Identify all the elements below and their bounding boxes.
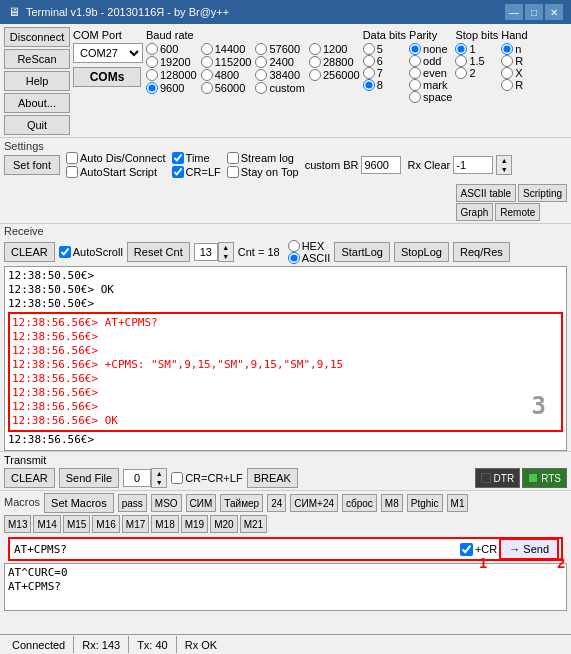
ascii-table-button[interactable]: ASCII table (456, 184, 517, 202)
cr-lf-check[interactable]: CR=LF (172, 166, 221, 178)
hand-x[interactable]: X (501, 67, 527, 79)
baud-custom[interactable]: custom (255, 82, 304, 94)
disconnect-button[interactable]: Disconnect (4, 27, 70, 47)
minimize-button[interactable]: — (505, 4, 523, 20)
rx-clear-up[interactable]: ▲ (497, 156, 511, 165)
cnt-down[interactable]: ▼ (219, 252, 233, 261)
macro-m16[interactable]: M16 (92, 515, 119, 533)
stream-log-check[interactable]: Stream log (227, 152, 299, 164)
hex-radio[interactable]: HEX (288, 240, 331, 252)
baud-600[interactable]: 600 (146, 43, 197, 55)
reset-cnt-button[interactable]: Reset Cnt (127, 242, 190, 262)
send-file-button[interactable]: Send File (59, 468, 119, 488)
parity-even[interactable]: even (409, 67, 452, 79)
maximize-button[interactable]: □ (525, 4, 543, 20)
about-button[interactable]: About... (4, 93, 70, 113)
macro-m8[interactable]: M8 (381, 494, 403, 512)
baud-115200[interactable]: 115200 (201, 56, 252, 68)
stop-2[interactable]: 2 (455, 67, 498, 79)
custom-br-input[interactable] (361, 156, 401, 174)
data-7[interactable]: 7 (363, 67, 406, 79)
start-log-button[interactable]: StartLog (334, 242, 390, 262)
cnt-input[interactable] (194, 243, 218, 261)
auto-start-script-check[interactable]: AutoStart Script (66, 166, 166, 178)
parity-odd[interactable]: odd (409, 55, 452, 67)
macro-ptghic[interactable]: Ptghic (407, 494, 443, 512)
break-button[interactable]: BREAK (247, 468, 298, 488)
hand-n[interactable]: n (501, 43, 527, 55)
baud-9600[interactable]: 9600 (146, 82, 197, 94)
scripting-button[interactable]: Scripting (518, 184, 567, 202)
data-6[interactable]: 6 (363, 55, 406, 67)
autoscroll-check[interactable]: AutoScroll (59, 246, 123, 258)
hand-r[interactable]: R (501, 55, 527, 67)
delay-spinner[interactable]: ▲ ▼ (151, 468, 167, 488)
macro-timer[interactable]: Таймер (220, 494, 263, 512)
macro-pass[interactable]: pass (118, 494, 147, 512)
send-button[interactable]: → Send (499, 538, 559, 560)
data-5[interactable]: 5 (363, 43, 406, 55)
parity-space[interactable]: space (409, 91, 452, 103)
command-input[interactable] (10, 539, 460, 559)
hand-r2[interactable]: R (501, 79, 527, 91)
baud-14400[interactable]: 14400 (201, 43, 252, 55)
dtr-button[interactable]: DTR (475, 468, 521, 488)
help-button[interactable]: Help (4, 71, 70, 91)
baud-1200[interactable]: 1200 (309, 43, 360, 55)
ascii-radio[interactable]: ASCII (288, 252, 331, 264)
baud-256000[interactable]: 256000 (309, 69, 360, 81)
stop-1-5[interactable]: 1.5 (455, 55, 498, 67)
baud-128000[interactable]: 128000 (146, 69, 197, 81)
rescan-button[interactable]: ReScan (4, 49, 70, 69)
req-res-button[interactable]: Req/Res (453, 242, 510, 262)
parity-none[interactable]: none (409, 43, 452, 55)
stop-1[interactable]: 1 (455, 43, 498, 55)
rts-button[interactable]: RTS (522, 468, 567, 488)
set-font-button[interactable]: Set font (4, 155, 60, 175)
macro-m18[interactable]: M18 (151, 515, 178, 533)
stay-on-top-check[interactable]: Stay on Top (227, 166, 299, 178)
baud-56000[interactable]: 56000 (201, 82, 252, 94)
macro-24[interactable]: 24 (267, 494, 286, 512)
macro-m17[interactable]: M17 (122, 515, 149, 533)
delay-up[interactable]: ▲ (152, 469, 166, 478)
com-port-select[interactable]: COM27 (73, 43, 143, 63)
parity-mark[interactable]: mark (409, 79, 452, 91)
quit-button[interactable]: Quit (4, 115, 70, 135)
rx-clear-down[interactable]: ▼ (497, 165, 511, 174)
transmit-clear-button[interactable]: CLEAR (4, 468, 55, 488)
macro-m20[interactable]: M20 (210, 515, 237, 533)
set-macros-button[interactable]: Set Macros (44, 493, 114, 513)
auto-dis-connect-check[interactable]: Auto Dis/Connect (66, 152, 166, 164)
baud-38400[interactable]: 38400 (255, 69, 304, 81)
receive-clear-button[interactable]: CLEAR (4, 242, 55, 262)
remote-button[interactable]: Remote (495, 203, 540, 221)
macro-m15[interactable]: M15 (63, 515, 90, 533)
close-button[interactable]: ✕ (545, 4, 563, 20)
delay-down[interactable]: ▼ (152, 478, 166, 487)
macro-m19[interactable]: M19 (181, 515, 208, 533)
data-8[interactable]: 8 (363, 79, 406, 91)
rx-clear-spinner[interactable]: ▲ ▼ (496, 155, 512, 175)
rx-clear-input[interactable] (453, 156, 493, 174)
macro-sbros[interactable]: сброс (342, 494, 377, 512)
macro-m1[interactable]: M1 (447, 494, 469, 512)
delay-input[interactable] (123, 469, 151, 487)
cr-checkbox[interactable]: +CR (460, 543, 497, 556)
macro-sim[interactable]: СИМ (186, 494, 217, 512)
macro-m13[interactable]: M13 (4, 515, 31, 533)
time-check[interactable]: Time (172, 152, 221, 164)
baud-28800[interactable]: 28800 (309, 56, 360, 68)
graph-button[interactable]: Graph (456, 203, 494, 221)
cnt-spinner[interactable]: ▲ ▼ (218, 242, 234, 262)
cr-crlf-check[interactable]: CR=CR+LF (171, 472, 242, 484)
cnt-up[interactable]: ▲ (219, 243, 233, 252)
baud-57600[interactable]: 57600 (255, 43, 304, 55)
macro-sim24[interactable]: СИМ+24 (290, 494, 338, 512)
macro-m21[interactable]: M21 (240, 515, 267, 533)
baud-19200[interactable]: 19200 (146, 56, 197, 68)
baud-4800[interactable]: 4800 (201, 69, 252, 81)
stop-log-button[interactable]: StopLog (394, 242, 449, 262)
coms-button[interactable]: COMs (73, 67, 141, 87)
macro-mso[interactable]: MSO (151, 494, 182, 512)
